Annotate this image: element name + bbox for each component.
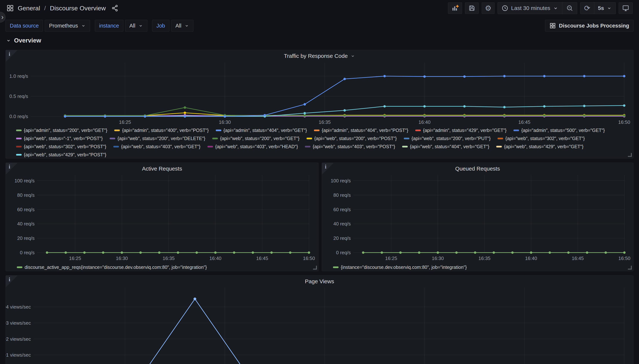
- top-navbar: General / Discourse Overview: [0, 0, 639, 16]
- datasource-select[interactable]: Prometheus: [45, 20, 90, 32]
- series-point: [436, 252, 439, 254]
- legend-swatch: [307, 138, 312, 139]
- legend-swatch: [305, 146, 310, 148]
- panel-menu-chevron-icon: [350, 54, 355, 58]
- series-point: [304, 103, 306, 106]
- series-line: [65, 299, 624, 364]
- time-range-picker[interactable]: Last 30 minutes: [498, 2, 562, 14]
- series-point: [623, 104, 625, 107]
- y-axis-tick-label: 100 req/s: [15, 178, 35, 184]
- apps-grid-icon: [549, 22, 556, 29]
- series-point: [383, 105, 386, 108]
- legend-item[interactable]: {api="web", status="429", verb="POST"}: [16, 150, 106, 158]
- refresh-interval-picker[interactable]: 5s: [594, 2, 615, 14]
- dashboard-settings-button[interactable]: ⚙: [482, 2, 495, 14]
- queued-requests-chart[interactable]: 100 req/s80 req/s60 req/s40 req/s20 req/…: [322, 174, 633, 262]
- legend-item[interactable]: {api="web", status="200", verb="DELETE"}: [110, 134, 205, 142]
- x-axis-tick-label: 16:35: [163, 256, 175, 261]
- series-point: [195, 252, 198, 254]
- legend-item[interactable]: {api="web", status="403", verb="POST"}: [305, 142, 395, 150]
- legend-item[interactable]: {api="web", status="403", verb="HEAD"}: [207, 142, 298, 150]
- series-point: [543, 114, 546, 117]
- panel-info-corner[interactable]: [6, 163, 18, 174]
- legend-item[interactable]: {api="admin", status="400", verb="POST"}: [114, 126, 209, 134]
- legend-item[interactable]: {api="web", status="429", verb="GET"}: [496, 142, 583, 150]
- legend-item[interactable]: {api="admin", status="200", verb="GET"}: [16, 126, 107, 134]
- series-point: [423, 114, 426, 117]
- series-point: [455, 252, 458, 254]
- dashboard-link-discourse-jobs[interactable]: Discourse Jobs Processing: [545, 20, 633, 32]
- toolbar-actions: ⚙ Last 30 minutes: [448, 2, 633, 14]
- instance-select[interactable]: All: [125, 20, 147, 32]
- series-point: [474, 252, 476, 254]
- instance-value: All: [130, 23, 135, 29]
- legend-item[interactable]: {api="admin", status="404", verb="POST"}: [314, 126, 408, 134]
- x-axis-tick-label: 16:40: [209, 256, 221, 261]
- x-axis-tick-label: 16:25: [119, 119, 131, 125]
- legend-item[interactable]: {api="web", status="302", verb="GET"}: [497, 134, 585, 142]
- series-point: [503, 75, 506, 77]
- panel-info-corner[interactable]: [6, 50, 18, 62]
- legend-swatch: [496, 146, 502, 148]
- job-value: All: [176, 23, 181, 29]
- job-select[interactable]: All: [171, 20, 193, 32]
- breadcrumb-folder[interactable]: General: [18, 4, 40, 12]
- legend-label: {api="admin", status="400", verb="POST"}: [122, 126, 209, 134]
- zoom-out-button[interactable]: [562, 2, 577, 14]
- series-point: [214, 252, 217, 254]
- gear-icon: ⚙: [485, 4, 491, 12]
- series-point: [492, 252, 495, 254]
- legend-item[interactable]: {api="web", status="-1", verb="POST"}: [16, 134, 103, 142]
- legend-label: {api="web", status="302", verb="GET"}: [505, 134, 585, 142]
- cycle-view-mode-button[interactable]: [619, 2, 633, 14]
- series-point: [158, 252, 161, 254]
- panel-header[interactable]: Queued Requests: [322, 163, 633, 174]
- row-header-overview[interactable]: Overview: [6, 37, 41, 44]
- x-axis-tick-label: 16:45: [256, 256, 268, 261]
- legend-item[interactable]: {api="admin", status="500", verb="GET"}: [513, 126, 604, 134]
- panel-header[interactable]: Page Views: [6, 276, 633, 287]
- legend-swatch: [402, 146, 408, 148]
- add-panel-button[interactable]: [448, 2, 462, 14]
- series-point: [252, 252, 254, 254]
- refresh-button[interactable]: ⟳: [580, 2, 594, 14]
- legend-item[interactable]: discourse_active_app_reqs{instance="disc…: [17, 263, 207, 271]
- datasource-variable: Data source Prometheus: [6, 20, 90, 32]
- panel-info-corner[interactable]: [6, 276, 18, 287]
- legend-swatch: [333, 266, 339, 268]
- series-point: [567, 252, 570, 254]
- panel-resize-handle[interactable]: [628, 266, 632, 270]
- panel-info-corner[interactable]: [322, 163, 334, 174]
- legend-item[interactable]: {api="web", status="200", verb="GET"}: [212, 134, 299, 142]
- refresh-group: ⟳ 5s: [580, 2, 616, 14]
- x-axis-tick-label: 16:35: [478, 256, 490, 261]
- series-point: [194, 298, 196, 300]
- page-views-chart[interactable]: 0.04 views/sec0.03 views/sec0.02 views/s…: [6, 287, 633, 364]
- series-point: [304, 112, 306, 114]
- active-requests-chart[interactable]: 100 req/s80 req/s60 req/s40 req/s20 req/…: [6, 174, 318, 262]
- breadcrumb-dashboard-title[interactable]: Discourse Overview: [50, 4, 106, 12]
- legend-item[interactable]: {instance="discourse.dev.observiq.com:80…: [333, 263, 467, 271]
- traffic-chart[interactable]: 1.0 req/s0.5 req/s0.0 req/s16:2516:3016:…: [6, 62, 633, 126]
- panel-resize-handle[interactable]: [313, 266, 317, 270]
- panel-header[interactable]: Traffic by Response Code: [6, 50, 633, 62]
- series-point: [344, 78, 346, 80]
- legend-item[interactable]: {api="web", status="200", verb="POST"}: [307, 134, 397, 142]
- panel-header[interactable]: Active Requests: [6, 163, 318, 174]
- legend-label: {api="web", status="403", verb="GET"}: [121, 142, 200, 150]
- y-axis-tick-label: 0.04 views/sec: [6, 304, 31, 310]
- save-dashboard-button[interactable]: [465, 2, 479, 14]
- legend-item[interactable]: {api="web", status="302", verb="POST"}: [16, 142, 106, 150]
- legend-item[interactable]: {api="admin", status="404", verb="GET"}: [216, 126, 307, 134]
- share-icon[interactable]: [111, 4, 119, 12]
- legend-item[interactable]: {api="admin", status="429", verb="GET"}: [415, 126, 506, 134]
- instance-label-box: instance: [95, 20, 123, 32]
- legend-label: {api="web", status="200", verb="POST"}: [314, 134, 397, 142]
- panel-resize-handle[interactable]: [628, 153, 632, 157]
- legend-item[interactable]: {api="web", status="200", verb="PUT"}: [404, 134, 491, 142]
- y-axis-tick-label: 20 req/s: [17, 236, 35, 241]
- series-point: [83, 252, 86, 254]
- series-point: [543, 105, 546, 108]
- legend-item[interactable]: {api="web", status="403", verb="GET"}: [113, 142, 200, 150]
- legend-item[interactable]: {api="web", status="404", verb="GET"}: [402, 142, 489, 150]
